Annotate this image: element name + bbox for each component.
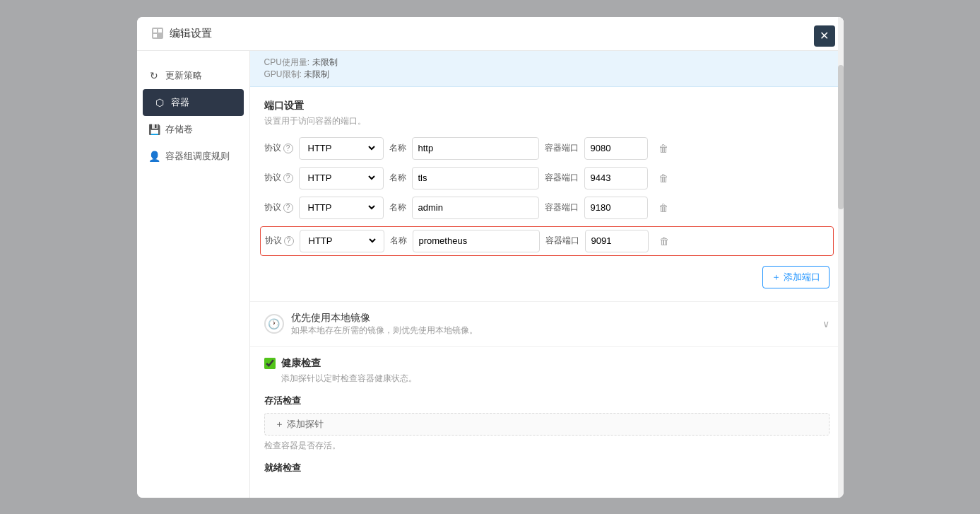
name-label-1: 名称 [389, 142, 406, 154]
info-bar-row2: GPU限制: 未限制 [264, 69, 830, 81]
add-port-icon: ＋ [772, 271, 781, 284]
port-label-3: 容器端口 [545, 201, 579, 214]
protocol-label-3: 协议 ? [264, 201, 293, 214]
modal-header-left: 编辑设置 [151, 27, 212, 40]
mirror-title: 优先使用本地镜像 [291, 312, 478, 325]
mirror-header: 🕐 优先使用本地镜像 如果本地存在所需的镜像，则优先使用本地镜像。 ∨ [264, 312, 830, 337]
refresh-icon: ↻ [148, 70, 160, 81]
name-label-3: 名称 [389, 201, 406, 214]
gpu-info: GPU限制: 未限制 [264, 69, 330, 81]
protocol-help-icon-2[interactable]: ? [283, 173, 293, 183]
container-port-input-3[interactable] [584, 197, 648, 219]
protocol-help-icon-1[interactable]: ? [283, 144, 293, 153]
add-probe-button[interactable]: ＋ 添加探针 [264, 413, 830, 436]
content-area: CPU使用量: 未限制 GPU限制: 未限制 端口设置 设置用于访问容器的端 [250, 51, 844, 498]
port-row-2: 协议 ? HTTP 名称 容器端口 🗑 [264, 167, 830, 189]
sidebar-item-container[interactable]: ⬡ 容器 [143, 89, 244, 116]
add-port-button[interactable]: ＋ 添加端口 [762, 266, 830, 288]
name-input-1[interactable] [412, 137, 539, 160]
svg-rect-3 [153, 34, 157, 37]
sidebar: ↻ 更新策略 ⬡ 容器 💾 存储卷 👤 容器组调度规则 [137, 51, 250, 498]
container-port-input-1[interactable] [584, 137, 648, 160]
protocol-help-icon-4[interactable]: ? [284, 236, 294, 246]
health-header: 健康检查 [264, 357, 830, 370]
liveness-title: 存活检查 [264, 395, 830, 407]
port-row-3: 协议 ? HTTP 名称 容器端口 🗑 [264, 197, 830, 219]
name-input-3[interactable] [412, 197, 539, 219]
sidebar-item-update-policy[interactable]: ↻ 更新策略 [137, 62, 249, 89]
health-title: 健康检查 [281, 357, 321, 370]
port-section: 端口设置 设置用于访问容器的端口。 协议 ? HTTP HTTPS TCP [250, 87, 844, 302]
scrollbar-track[interactable] [838, 51, 844, 498]
delete-port-2-button[interactable]: 🗑 [654, 168, 673, 188]
protocol-select-4[interactable]: HTTP [300, 230, 384, 252]
modal-title: 编辑设置 [170, 27, 212, 40]
mirror-text: 优先使用本地镜像 如果本地存在所需的镜像，则优先使用本地镜像。 [291, 312, 478, 337]
close-button[interactable]: ✕ [814, 25, 835, 47]
chevron-down-icon[interactable]: ∨ [822, 318, 830, 329]
container-port-input-4[interactable] [585, 230, 649, 252]
mirror-section: 🕐 优先使用本地镜像 如果本地存在所需的镜像，则优先使用本地镜像。 ∨ [250, 302, 844, 347]
port-row-4: 协议 ? HTTP 名称 容器端口 🗑 [260, 226, 834, 256]
sidebar-item-storage[interactable]: 💾 存储卷 [137, 116, 249, 143]
storage-icon: 💾 [148, 124, 160, 135]
protocol-select-1[interactable]: HTTP HTTPS TCP UDP [299, 137, 384, 160]
protocol-help-icon-3[interactable]: ? [283, 203, 293, 213]
protocol-label-4: 协议 ? [265, 235, 294, 247]
mirror-left: 🕐 优先使用本地镜像 如果本地存在所需的镜像，则优先使用本地镜像。 [264, 312, 478, 337]
modal-header: 编辑设置 ✕ [137, 17, 844, 51]
scheduling-icon: 👤 [148, 151, 160, 162]
protocol-select-input-4[interactable]: HTTP [306, 235, 378, 247]
protocol-select-input-1[interactable]: HTTP HTTPS TCP UDP [305, 142, 377, 154]
protocol-select-input-2[interactable]: HTTP [305, 172, 377, 184]
port-label-1: 容器端口 [545, 142, 579, 154]
protocol-label-2: 协议 ? [264, 172, 293, 184]
info-bar-row: CPU使用量: 未限制 [264, 57, 830, 69]
delete-port-4-button[interactable]: 🗑 [654, 231, 674, 251]
sidebar-item-scheduling[interactable]: 👤 容器组调度规则 [137, 143, 249, 170]
delete-port-3-button[interactable]: 🗑 [654, 198, 673, 218]
port-label-4: 容器端口 [545, 235, 579, 247]
modal-body: ↻ 更新策略 ⬡ 容器 💾 存储卷 👤 容器组调度规则 [137, 51, 844, 498]
modal-overlay: 编辑设置 ✕ ↻ 更新策略 ⬡ 容器 💾 存储卷 👤 [0, 0, 980, 514]
name-input-2[interactable] [412, 167, 539, 189]
health-desc: 添加探针以定时检查容器健康状态。 [281, 373, 830, 385]
scrollbar-thumb[interactable] [838, 65, 844, 209]
plus-icon: ＋ [275, 418, 284, 431]
port-section-title: 端口设置 [264, 100, 830, 112]
protocol-label-1: 协议 ? [264, 142, 293, 154]
edit-settings-icon [151, 27, 164, 40]
name-label-2: 名称 [389, 172, 406, 184]
mirror-desc: 如果本地存在所需的镜像，则优先使用本地镜像。 [291, 325, 478, 337]
delete-port-1-button[interactable]: 🗑 [654, 139, 673, 158]
readiness-title: 就绪检查 [264, 462, 830, 474]
port-section-desc: 设置用于访问容器的端口。 [264, 115, 830, 127]
cpu-info: CPU使用量: 未限制 [264, 57, 338, 69]
protocol-select-input-3[interactable]: HTTP [305, 201, 377, 214]
port-row-1: 协议 ? HTTP HTTPS TCP UDP 名称 [264, 137, 830, 160]
container-icon: ⬡ [154, 97, 165, 108]
protocol-select-3[interactable]: HTTP [299, 197, 384, 219]
modal: 编辑设置 ✕ ↻ 更新策略 ⬡ 容器 💾 存储卷 👤 [137, 17, 844, 498]
svg-rect-1 [153, 29, 157, 33]
name-input-4[interactable] [413, 230, 540, 252]
liveness-desc: 检查容器是否存活。 [264, 440, 830, 452]
info-bar: CPU使用量: 未限制 GPU限制: 未限制 [250, 51, 844, 87]
health-checkbox[interactable] [264, 358, 276, 369]
name-label-4: 名称 [390, 235, 407, 247]
svg-rect-2 [158, 29, 162, 33]
container-port-input-2[interactable] [584, 167, 648, 189]
port-label-2: 容器端口 [545, 172, 579, 184]
clock-icon: 🕐 [264, 314, 284, 334]
health-section: 健康检查 添加探针以定时检查容器健康状态。 存活检查 ＋ 添加探针 检查容器是否… [250, 347, 844, 487]
protocol-select-2[interactable]: HTTP [299, 167, 384, 189]
